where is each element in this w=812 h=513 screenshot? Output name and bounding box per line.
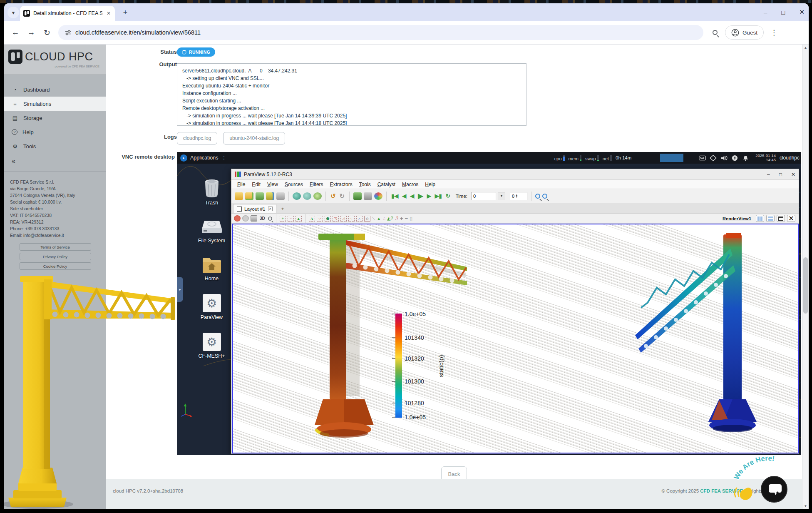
pv-minimize-icon[interactable]: – <box>767 172 770 177</box>
output-console[interactable]: server56811.cloudhpc.cloud. A 0 34.47.24… <box>177 63 526 126</box>
paraview-titlebar[interactable]: ParaView 5.12.0-RC3 – □ ✕ <box>231 169 799 180</box>
pv-close-icon[interactable]: ✕ <box>791 172 795 177</box>
zoom-to-selection-icon[interactable] <box>542 194 547 199</box>
window-minimize-icon[interactable]: – <box>764 9 767 16</box>
step-back-icon[interactable]: ◀ <box>409 192 415 200</box>
sidebar-item-simulations[interactable]: ≡ Simulations <box>4 97 106 111</box>
time-dropdown-icon[interactable]: ▾ <box>498 192 505 200</box>
new-layout-icon[interactable]: + <box>279 206 289 213</box>
layout-tab[interactable]: Layout #1 ✕ <box>233 204 276 213</box>
menu-file[interactable]: File <box>234 182 248 187</box>
chat-bubble-button[interactable] <box>761 476 787 502</box>
screenshot-icon[interactable] <box>276 192 285 200</box>
interactive-select-points-icon[interactable]: ◿ <box>340 216 347 222</box>
window-close-icon[interactable]: ✕ <box>799 8 805 16</box>
forward-button[interactable]: → <box>23 27 39 37</box>
page-scrollbar[interactable]: ▲ ▼ <box>802 45 809 509</box>
clip-box-icon[interactable]: ◇ <box>364 216 370 222</box>
notifications-bell-icon[interactable] <box>742 155 749 161</box>
zoom-icon[interactable] <box>713 30 718 35</box>
taskbar-window-button[interactable] <box>660 154 683 162</box>
cookie-policy-button[interactable]: Cookie Policy <box>20 262 91 270</box>
desktop-icon-home[interactable]: Home <box>188 256 236 281</box>
last-frame-icon[interactable]: ▶▮ <box>434 192 443 200</box>
sidebar-item-dashboard[interactable]: ◔ Dashboard <box>4 82 106 97</box>
select-points-on-icon[interactable]: − <box>288 216 294 222</box>
ruler-icon[interactable]: ∴ <box>383 216 385 221</box>
time-index-spinner[interactable]: 0▲▼ <box>510 192 527 200</box>
privacy-policy-button[interactable]: Privacy Policy <box>20 253 91 260</box>
close-view-icon[interactable]: ✕ <box>787 215 795 222</box>
select-points-through-icon[interactable]: ⁘ <box>317 216 323 222</box>
reset-camera-icon[interactable] <box>234 215 241 222</box>
menu-catalyst[interactable]: Catalyst <box>374 182 399 187</box>
split-vertical-icon[interactable] <box>766 215 775 222</box>
menu-extractors[interactable]: Extractors <box>327 182 356 187</box>
site-settings-icon[interactable] <box>65 30 71 36</box>
reset-camera-closest-icon[interactable] <box>242 215 249 222</box>
hover-points-icon[interactable]: ⁙ <box>356 216 363 222</box>
window-maximize-icon[interactable]: □ <box>781 9 785 16</box>
interactive-select-cells-icon[interactable]: ◹ <box>333 216 339 222</box>
applications-icon[interactable]: ▸ <box>180 154 187 162</box>
scroll-up-icon[interactable]: ▲ <box>802 46 809 50</box>
render-view[interactable]: 1.0e+05 101340 101320 101300 101280 1.0e… <box>232 224 799 453</box>
browser-menu-icon[interactable]: ⋮ <box>768 28 780 37</box>
pick-icon[interactable]: ⟍ <box>372 216 375 221</box>
previous-frame-icon[interactable]: ◀ <box>401 192 407 200</box>
network-icon[interactable] <box>710 155 717 161</box>
logo-block[interactable]: CLOUD HPC powered by CFD FEA SERVICE <box>4 45 106 75</box>
sidebar-collapse-icon[interactable]: « <box>4 153 106 165</box>
hover-cells-icon[interactable]: ⁖ <box>348 216 355 222</box>
menu-sources[interactable]: Sources <box>281 182 306 187</box>
step-forward-icon[interactable]: ▶ <box>426 192 432 200</box>
open-file-icon[interactable] <box>235 192 243 200</box>
shrink-selection-icon[interactable]: − <box>405 215 408 222</box>
power-icon[interactable] <box>731 155 738 161</box>
ubuntu-log-button[interactable]: ubuntu-2404-static.log <box>223 132 285 144</box>
save-state-icon[interactable] <box>266 192 274 200</box>
apply-icon[interactable] <box>353 192 362 200</box>
render-view-title[interactable]: RenderView1 <box>723 216 751 221</box>
color-palette-icon[interactable] <box>374 192 382 200</box>
capture-icon[interactable] <box>251 215 257 222</box>
volume-icon[interactable] <box>720 155 728 161</box>
interactive-ruler-icon[interactable]: ◭? <box>387 216 393 221</box>
panel-handle-icon[interactable]: ⋮ <box>221 155 226 161</box>
menu-filters[interactable]: Filters <box>306 182 327 187</box>
keyboard-icon[interactable] <box>699 155 706 161</box>
select-frustum-cells-icon[interactable]: ▲ <box>295 216 302 222</box>
sidebar-item-help[interactable]: ? Help <box>4 125 106 139</box>
desktop-icon-paraview[interactable]: ⚙ ParaView <box>188 294 236 320</box>
terms-of-service-button[interactable]: Terms of Service <box>20 243 91 251</box>
menu-view[interactable]: View <box>264 182 281 187</box>
menu-edit[interactable]: Edit <box>248 182 264 187</box>
desktop-icon-filesystem[interactable]: File System <box>188 218 236 244</box>
split-horizontal-icon[interactable] <box>756 215 764 222</box>
menu-help[interactable]: Help <box>422 182 439 187</box>
redo-icon[interactable]: ↻ <box>339 192 346 200</box>
new-tab-button[interactable]: + <box>120 7 131 18</box>
menu-tools[interactable]: Tools <box>356 182 374 187</box>
sidebar-item-storage[interactable]: ▤ Storage <box>4 111 106 125</box>
sidebar-item-tools[interactable]: ⚙ Tools <box>4 139 106 153</box>
reload-button[interactable]: ↻ <box>39 27 55 38</box>
panel-clock[interactable]: 2025-01-1414:45 <box>755 154 776 162</box>
hidden-dock-handle[interactable]: ▸ <box>177 277 183 302</box>
scroll-down-icon[interactable]: ▼ <box>802 504 809 508</box>
disconnect-icon[interactable] <box>303 192 311 200</box>
cloudhpc-log-button[interactable]: cloudhpc.log <box>177 132 217 144</box>
zoom-box-icon[interactable] <box>268 217 272 221</box>
maximize-view-icon[interactable] <box>777 215 785 222</box>
timer-icon[interactable] <box>313 192 322 200</box>
clear-selection-icon[interactable]: ▯ <box>410 216 412 222</box>
time-value-input[interactable] <box>471 192 496 200</box>
desktop-icon-trash[interactable]: Trash <box>188 179 236 206</box>
first-frame-icon[interactable]: ▮◀ <box>390 192 399 200</box>
loop-icon[interactable]: ↻ <box>445 192 451 200</box>
browser-tab[interactable]: Detail simulation - CFD FEA SER ✕ <box>20 6 115 21</box>
pv-maximize-icon[interactable]: □ <box>779 172 782 177</box>
layout-tab-close-icon[interactable]: ✕ <box>268 207 273 211</box>
guest-profile-button[interactable]: Guest <box>725 25 764 40</box>
tab-close-icon[interactable]: ✕ <box>106 10 112 16</box>
